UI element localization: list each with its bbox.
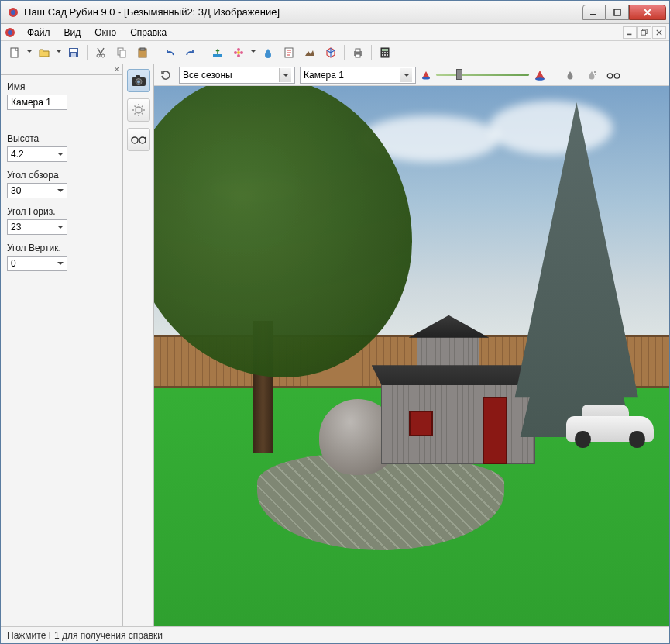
- maximize-button[interactable]: [606, 5, 629, 20]
- note-button[interactable]: [280, 43, 298, 62]
- toolbar-separator: [87, 45, 88, 60]
- quality-slider[interactable]: [436, 67, 529, 83]
- flower-button[interactable]: [229, 43, 248, 62]
- new-dropdown[interactable]: [26, 50, 33, 55]
- name-input[interactable]: Камера 1: [7, 95, 67, 110]
- menu-file[interactable]: Файл: [21, 26, 57, 40]
- fov-label: Угол обзора: [7, 170, 116, 181]
- refresh-view-button[interactable]: [157, 67, 174, 84]
- viewport-area: Все сезоны Камера 1: [154, 64, 669, 626]
- svg-rect-12: [71, 53, 76, 57]
- minimize-button[interactable]: [582, 5, 606, 20]
- redo-button[interactable]: [181, 43, 200, 62]
- status-text: Нажмите F1 для получения справки: [7, 630, 163, 641]
- mdi-minimize-button[interactable]: [623, 26, 637, 39]
- drop-icon: [565, 70, 576, 81]
- toolbar-separator: [371, 45, 372, 60]
- toolbar-separator: [204, 45, 204, 60]
- svg-rect-32: [384, 52, 386, 53]
- cone-small-icon: [421, 70, 431, 81]
- car: [566, 405, 654, 448]
- open-dropdown[interactable]: [56, 50, 62, 55]
- menu-window[interactable]: Окно: [88, 26, 122, 40]
- height-input[interactable]: 4.2: [7, 146, 67, 162]
- svg-point-14: [101, 54, 105, 57]
- mdi-restore-button[interactable]: [637, 26, 651, 39]
- svg-rect-8: [641, 30, 646, 35]
- lighting-button[interactable]: [562, 67, 579, 84]
- horiz-angle-label: Угол Гориз.: [7, 206, 116, 217]
- app-window: Наш Сад Рубин 9.0 - [Безымянный2: 3Д Изо…: [0, 0, 670, 644]
- svg-rect-16: [120, 50, 125, 57]
- svg-point-13: [97, 54, 100, 57]
- camera-combo[interactable]: Камера 1: [300, 67, 416, 84]
- svg-point-20: [237, 51, 240, 54]
- save-button[interactable]: [64, 43, 83, 62]
- toolbar-separator: [344, 45, 345, 60]
- horiz-angle-input[interactable]: 23: [7, 219, 67, 235]
- menubar: Файл Вид Окно Справка: [1, 24, 669, 41]
- camera-tool-button[interactable]: [127, 69, 150, 92]
- svg-point-41: [136, 107, 142, 113]
- menu-help[interactable]: Справка: [124, 26, 173, 40]
- flower-dropdown[interactable]: [250, 50, 256, 55]
- svg-rect-6: [627, 33, 631, 35]
- print-button[interactable]: [349, 43, 367, 62]
- app-icon-small: [4, 26, 16, 39]
- vert-angle-input[interactable]: 0: [7, 256, 67, 271]
- plants-button[interactable]: [208, 43, 227, 62]
- svg-point-1: [11, 10, 15, 15]
- new-button[interactable]: [5, 43, 24, 62]
- svg-rect-31: [382, 52, 383, 53]
- svg-point-21: [237, 48, 240, 51]
- svg-rect-34: [382, 54, 383, 56]
- svg-rect-19: [213, 54, 222, 57]
- titlebar: Наш Сад Рубин 9.0 - [Безымянный2: 3Д Изо…: [1, 1, 669, 24]
- svg-point-5: [8, 30, 12, 35]
- 3d-button[interactable]: [321, 43, 340, 62]
- name-label: Имя: [7, 81, 116, 92]
- undo-button[interactable]: [160, 43, 179, 62]
- tool-strip: [123, 64, 154, 626]
- spray-button[interactable]: [583, 67, 600, 84]
- svg-point-22: [237, 54, 240, 57]
- statusbar: Нажмите F1 для получения справки: [1, 626, 669, 643]
- svg-point-48: [607, 73, 612, 77]
- workarea: × Имя Камера 1 Высота 4.2 Угол обзора 30…: [1, 64, 669, 626]
- svg-point-46: [594, 71, 596, 73]
- window-title: Наш Сад Рубин 9.0 - [Безымянный2: 3Д Изо…: [24, 6, 582, 18]
- mdi-close-button[interactable]: [652, 26, 666, 39]
- calculator-button[interactable]: [376, 43, 394, 62]
- close-button[interactable]: [629, 5, 666, 20]
- 3d-viewport[interactable]: [154, 86, 669, 626]
- camera-icon: [131, 74, 146, 87]
- svg-rect-30: [382, 49, 388, 51]
- glasses-icon: [131, 135, 146, 144]
- open-button[interactable]: [35, 43, 53, 62]
- vert-angle-label: Угол Вертик.: [7, 243, 116, 253]
- app-icon: [7, 6, 19, 19]
- svg-rect-35: [384, 54, 386, 56]
- svg-point-23: [234, 51, 237, 54]
- sun-icon: [132, 103, 146, 117]
- glasses-tool-button[interactable]: [127, 128, 150, 151]
- watering-button[interactable]: [259, 43, 277, 62]
- height-label: Высота: [7, 133, 116, 144]
- paste-button[interactable]: [133, 43, 152, 62]
- svg-rect-9: [11, 48, 18, 57]
- sun-tool-button[interactable]: [127, 98, 150, 122]
- panel-close-button[interactable]: ×: [1, 64, 122, 75]
- season-combo[interactable]: Все сезоны: [179, 67, 295, 84]
- svg-point-49: [614, 73, 619, 77]
- fov-input[interactable]: 30: [7, 183, 67, 198]
- copy-button[interactable]: [112, 43, 131, 62]
- properties-panel: × Имя Камера 1 Высота 4.2 Угол обзора 30…: [1, 64, 123, 626]
- terrain-button[interactable]: [301, 43, 319, 62]
- view-glasses-button[interactable]: [605, 67, 622, 84]
- cut-button[interactable]: [91, 43, 110, 62]
- menu-view[interactable]: Вид: [58, 26, 88, 40]
- svg-rect-36: [387, 54, 388, 56]
- toolbar-separator: [156, 45, 156, 60]
- svg-rect-18: [140, 48, 145, 50]
- spray-icon: [586, 70, 597, 81]
